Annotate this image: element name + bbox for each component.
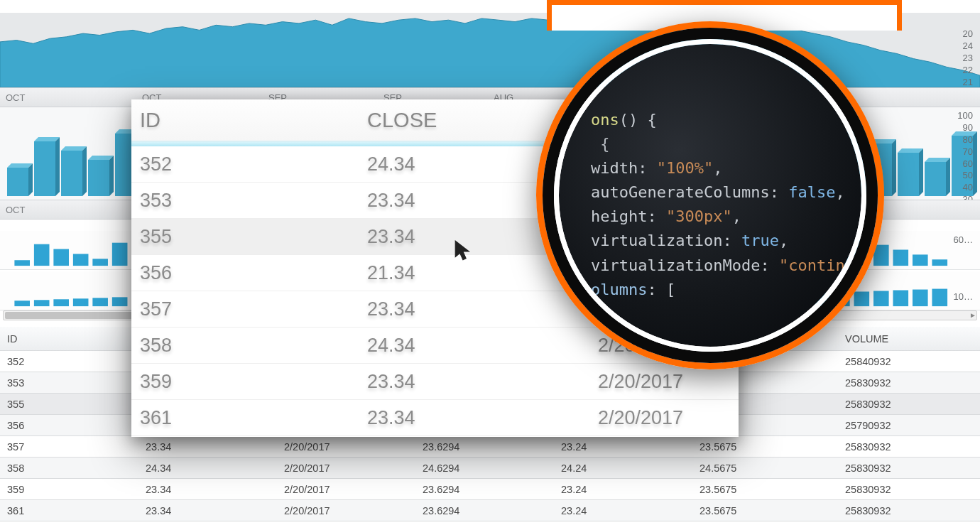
cell: 25830932 (838, 462, 980, 474)
table-row[interactable]: 35824.342/20/201724.629424.2424.56752583… (0, 458, 980, 479)
cell: 2/20/2017 (277, 462, 415, 474)
svg-marker-4 (34, 137, 60, 141)
cell: 356 (0, 420, 138, 431)
svg-marker-1 (7, 163, 33, 168)
cell: 23.34 (138, 441, 277, 453)
svg-rect-155 (932, 259, 947, 266)
month-label: OCT (6, 205, 25, 215)
cell: 353 (0, 377, 138, 389)
cell: 352 (0, 356, 138, 367)
svg-rect-102 (925, 162, 946, 196)
cell: 359 (0, 484, 138, 495)
svg-rect-157 (34, 300, 50, 306)
cell: 25830932 (838, 505, 980, 516)
cell: 358 (0, 462, 138, 474)
cell: 357 (0, 441, 138, 453)
table-row[interactable]: 35723.342/20/201723.629423.2423.56752583… (0, 436, 980, 458)
svg-rect-99 (898, 153, 919, 196)
svg-rect-158 (53, 299, 69, 306)
svg-rect-6 (61, 151, 82, 196)
table-row[interactable]: 36123.342/20/201723.629423.2423.56752583… (0, 500, 980, 521)
cell: 2/20/2017 (277, 484, 415, 495)
svg-rect-111 (73, 254, 89, 266)
svg-rect-154 (913, 254, 928, 266)
cell: 23.34 (138, 505, 277, 516)
svg-rect-203 (932, 289, 947, 307)
zoom-column-header: ID (131, 109, 359, 132)
cell: 2/20/2017 (277, 441, 415, 453)
svg-rect-110 (53, 249, 69, 266)
cell: 23.5675 (692, 505, 838, 516)
svg-marker-104 (946, 158, 950, 196)
chart-yticks-mid: 10090807060504030 (957, 110, 973, 206)
cell: 23.5675 (692, 484, 838, 495)
cell: 24.6294 (415, 462, 554, 474)
cell: 25830932 (838, 441, 980, 453)
svg-rect-113 (112, 243, 128, 266)
cell: 25830932 (838, 484, 980, 495)
svg-rect-201 (893, 291, 908, 307)
svg-marker-11 (109, 156, 114, 196)
cell: 25830932 (838, 377, 980, 389)
svg-rect-112 (92, 259, 108, 266)
svg-marker-10 (88, 156, 114, 160)
svg-rect-153 (893, 250, 908, 266)
scroll-right-icon[interactable]: ► (968, 311, 978, 320)
cell: 23.6294 (415, 484, 554, 495)
code-magnifier: ons() { { width: "100%", autoGenerateCol… (536, 21, 884, 369)
svg-marker-100 (898, 148, 923, 153)
svg-marker-8 (82, 146, 87, 196)
cell: 25790932 (838, 420, 980, 431)
svg-marker-107 (973, 131, 977, 196)
spark-label-1: 60… (954, 234, 973, 245)
svg-marker-2 (28, 163, 33, 196)
cell: 25830932 (838, 399, 980, 410)
cell: 24.5675 (692, 462, 838, 474)
svg-rect-9 (88, 160, 109, 196)
svg-marker-7 (61, 146, 87, 151)
svg-rect-108 (14, 260, 30, 266)
month-label: OCT (6, 92, 25, 103)
cell: 23.24 (554, 505, 692, 516)
cell: 355 (0, 399, 138, 410)
svg-rect-3 (34, 141, 55, 196)
svg-rect-159 (73, 298, 89, 306)
cell: 23.34 (138, 484, 277, 495)
cell: 23.24 (554, 441, 692, 453)
svg-rect-160 (92, 298, 108, 306)
spark-label-2: 10… (954, 291, 973, 302)
cell: 24.24 (554, 462, 692, 474)
column-header[interactable]: ID (0, 333, 138, 345)
cell: 23.6294 (415, 441, 554, 453)
svg-marker-101 (919, 148, 923, 196)
svg-marker-98 (892, 139, 896, 196)
zoom-row: 36123.342/20/2017 (131, 400, 739, 436)
table-row[interactable]: 35923.342/20/201723.629423.2423.56752583… (0, 479, 980, 500)
svg-rect-202 (913, 290, 928, 307)
svg-rect-156 (14, 301, 30, 306)
cell: 23.24 (554, 484, 692, 495)
svg-rect-0 (7, 168, 28, 196)
chart-yticks-top: 2024232221 (963, 28, 973, 88)
cell: 23.6294 (415, 505, 554, 516)
cell: 361 (0, 505, 138, 516)
svg-rect-161 (112, 297, 128, 306)
cell: 2/20/2017 (277, 505, 415, 516)
cell: 23.5675 (692, 441, 838, 453)
cell: 24.34 (138, 462, 277, 474)
svg-rect-109 (34, 244, 50, 266)
svg-marker-5 (55, 137, 60, 196)
svg-marker-103 (925, 158, 950, 162)
